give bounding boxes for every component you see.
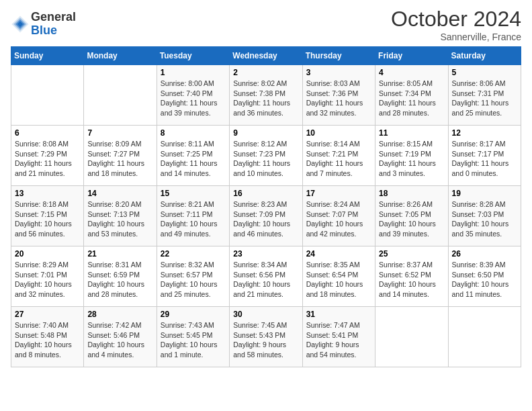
calendar-table: SundayMondayTuesdayWednesdayThursdayFrid…	[11, 46, 521, 367]
calendar-cell: 25Sunrise: 8:37 AMSunset: 6:52 PMDayligh…	[375, 246, 448, 307]
day-number: 19	[452, 189, 517, 198]
day-detail: Sunrise: 7:43 AMSunset: 5:45 PMDaylight:…	[161, 321, 218, 359]
calendar-cell: 22Sunrise: 8:32 AMSunset: 6:57 PMDayligh…	[157, 246, 229, 307]
calendar-cell: 26Sunrise: 8:39 AMSunset: 6:50 PMDayligh…	[448, 246, 521, 307]
day-detail: Sunrise: 8:20 AMSunset: 7:13 PMDaylight:…	[87, 200, 144, 238]
day-detail: Sunrise: 8:28 AMSunset: 7:03 PMDaylight:…	[452, 200, 509, 238]
day-number: 25	[379, 249, 444, 259]
day-number: 6	[15, 128, 80, 138]
calendar-week-row: 27Sunrise: 7:40 AMSunset: 5:48 PMDayligh…	[11, 307, 521, 367]
weekday-row: SundayMondayTuesdayWednesdayThursdayFrid…	[11, 47, 521, 65]
weekday-header: Monday	[84, 47, 157, 65]
calendar-cell: 6Sunrise: 8:08 AMSunset: 7:29 PMDaylight…	[11, 126, 84, 186]
calendar-cell: 30Sunrise: 7:45 AMSunset: 5:43 PMDayligh…	[230, 307, 302, 367]
logo-blue-text: Blue	[31, 24, 76, 38]
calendar-cell: 29Sunrise: 7:43 AMSunset: 5:45 PMDayligh…	[157, 307, 229, 367]
calendar-cell: 9Sunrise: 8:12 AMSunset: 7:23 PMDaylight…	[230, 126, 302, 186]
day-number: 31	[306, 310, 371, 319]
day-number: 24	[306, 249, 371, 259]
month-title: October 2024	[391, 7, 521, 32]
weekday-header: Wednesday	[230, 47, 302, 65]
day-number: 23	[233, 249, 298, 259]
day-detail: Sunrise: 8:08 AMSunset: 7:29 PMDaylight:…	[15, 140, 72, 177]
calendar-cell: 17Sunrise: 8:24 AMSunset: 7:07 PMDayligh…	[302, 186, 375, 246]
day-detail: Sunrise: 8:12 AMSunset: 7:23 PMDaylight:…	[233, 140, 290, 177]
day-number: 5	[452, 68, 517, 77]
calendar-cell: 3Sunrise: 8:03 AMSunset: 7:36 PMDaylight…	[302, 65, 375, 126]
calendar-cell: 4Sunrise: 8:05 AMSunset: 7:34 PMDaylight…	[375, 65, 448, 126]
calendar-cell: 2Sunrise: 8:02 AMSunset: 7:38 PMDaylight…	[230, 65, 302, 126]
day-detail: Sunrise: 8:11 AMSunset: 7:25 PMDaylight:…	[161, 140, 218, 177]
day-detail: Sunrise: 8:18 AMSunset: 7:15 PMDaylight:…	[15, 200, 72, 238]
day-number: 30	[233, 310, 298, 319]
logo-general-text: General	[31, 11, 76, 24]
calendar-cell: 27Sunrise: 7:40 AMSunset: 5:48 PMDayligh…	[11, 307, 84, 367]
day-detail: Sunrise: 8:15 AMSunset: 7:19 PMDaylight:…	[379, 140, 436, 177]
day-detail: Sunrise: 8:09 AMSunset: 7:27 PMDaylight:…	[87, 140, 144, 177]
calendar-cell: 19Sunrise: 8:28 AMSunset: 7:03 PMDayligh…	[448, 186, 521, 246]
day-number: 16	[233, 189, 298, 198]
weekday-header: Friday	[375, 47, 448, 65]
calendar-cell: 14Sunrise: 8:20 AMSunset: 7:13 PMDayligh…	[84, 186, 157, 246]
calendar-week-row: 6Sunrise: 8:08 AMSunset: 7:29 PMDaylight…	[11, 126, 521, 186]
day-detail: Sunrise: 8:21 AMSunset: 7:11 PMDaylight:…	[161, 200, 218, 238]
calendar-cell: 12Sunrise: 8:17 AMSunset: 7:17 PMDayligh…	[448, 126, 521, 186]
weekday-header: Sunday	[11, 47, 84, 65]
day-number: 15	[161, 189, 226, 198]
day-detail: Sunrise: 8:31 AMSunset: 6:59 PMDaylight:…	[87, 261, 144, 298]
calendar-week-row: 13Sunrise: 8:18 AMSunset: 7:15 PMDayligh…	[11, 186, 521, 246]
logo: General Blue	[11, 11, 76, 38]
calendar-week-row: 20Sunrise: 8:29 AMSunset: 7:01 PMDayligh…	[11, 246, 521, 307]
day-number: 26	[452, 249, 517, 259]
day-number: 22	[161, 249, 226, 259]
calendar-cell	[448, 307, 521, 367]
day-detail: Sunrise: 8:35 AMSunset: 6:54 PMDaylight:…	[306, 261, 363, 298]
weekday-header: Thursday	[302, 47, 375, 65]
calendar-cell: 18Sunrise: 8:26 AMSunset: 7:05 PMDayligh…	[375, 186, 448, 246]
location-subtitle: Sannerville, France	[391, 32, 521, 42]
day-number: 13	[15, 189, 80, 198]
day-detail: Sunrise: 8:37 AMSunset: 6:52 PMDaylight:…	[379, 261, 436, 298]
day-detail: Sunrise: 8:26 AMSunset: 7:05 PMDaylight:…	[379, 200, 436, 238]
day-detail: Sunrise: 8:24 AMSunset: 7:07 PMDaylight:…	[306, 200, 363, 238]
calendar-cell: 28Sunrise: 7:42 AMSunset: 5:46 PMDayligh…	[84, 307, 157, 367]
day-number: 20	[15, 249, 80, 259]
logo-icon	[11, 15, 30, 34]
day-detail: Sunrise: 8:29 AMSunset: 7:01 PMDaylight:…	[15, 261, 72, 298]
day-detail: Sunrise: 7:42 AMSunset: 5:46 PMDaylight:…	[87, 321, 144, 359]
day-number: 10	[306, 128, 371, 138]
day-number: 21	[87, 249, 152, 259]
calendar-cell: 24Sunrise: 8:35 AMSunset: 6:54 PMDayligh…	[302, 246, 375, 307]
day-detail: Sunrise: 7:47 AMSunset: 5:41 PMDaylight:…	[306, 321, 360, 359]
day-detail: Sunrise: 8:00 AMSunset: 7:40 PMDaylight:…	[161, 79, 218, 117]
calendar-cell: 16Sunrise: 8:23 AMSunset: 7:09 PMDayligh…	[230, 186, 302, 246]
day-detail: Sunrise: 8:17 AMSunset: 7:17 PMDaylight:…	[452, 140, 509, 177]
day-number: 17	[306, 189, 371, 198]
calendar-cell: 15Sunrise: 8:21 AMSunset: 7:11 PMDayligh…	[157, 186, 229, 246]
day-number: 4	[379, 68, 444, 77]
day-number: 8	[161, 128, 226, 138]
logo-text: General Blue	[31, 11, 76, 38]
calendar-cell: 5Sunrise: 8:06 AMSunset: 7:31 PMDaylight…	[448, 65, 521, 126]
weekday-header: Saturday	[448, 47, 521, 65]
calendar-cell	[11, 65, 84, 126]
day-detail: Sunrise: 8:14 AMSunset: 7:21 PMDaylight:…	[306, 140, 363, 177]
day-number: 11	[379, 128, 444, 138]
day-detail: Sunrise: 8:39 AMSunset: 6:50 PMDaylight:…	[452, 261, 509, 298]
calendar-cell: 13Sunrise: 8:18 AMSunset: 7:15 PMDayligh…	[11, 186, 84, 246]
day-number: 7	[87, 128, 152, 138]
day-number: 9	[233, 128, 298, 138]
day-number: 29	[161, 310, 226, 319]
day-number: 27	[15, 310, 80, 319]
weekday-header: Tuesday	[157, 47, 229, 65]
calendar-body: 1Sunrise: 8:00 AMSunset: 7:40 PMDaylight…	[11, 65, 521, 367]
calendar-cell	[84, 65, 157, 126]
day-detail: Sunrise: 8:06 AMSunset: 7:31 PMDaylight:…	[452, 79, 509, 117]
day-number: 12	[452, 128, 517, 138]
day-detail: Sunrise: 7:45 AMSunset: 5:43 PMDaylight:…	[233, 321, 287, 359]
calendar-cell: 20Sunrise: 8:29 AMSunset: 7:01 PMDayligh…	[11, 246, 84, 307]
title-block: October 2024 Sannerville, France	[391, 7, 521, 42]
day-detail: Sunrise: 8:23 AMSunset: 7:09 PMDaylight:…	[233, 200, 290, 238]
calendar-cell: 10Sunrise: 8:14 AMSunset: 7:21 PMDayligh…	[302, 126, 375, 186]
calendar-cell: 1Sunrise: 8:00 AMSunset: 7:40 PMDaylight…	[157, 65, 229, 126]
